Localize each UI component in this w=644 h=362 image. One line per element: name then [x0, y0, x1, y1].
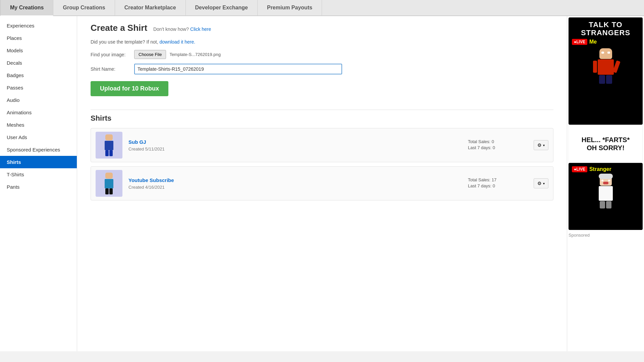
main-content: Create a Shirt Don't know how? Click her…	[77, 16, 567, 351]
sidebar-item-animations[interactable]: Animations	[0, 106, 77, 119]
find-image-row: Find your image: Choose File Template-S.…	[91, 50, 553, 59]
sidebar: Experiences Places Models Decals Badges …	[0, 16, 77, 351]
shirt-name-link-youtube[interactable]: Youtube Subscribe	[128, 177, 468, 183]
total-sales-youtube: Total Sales: 17	[468, 177, 528, 182]
ad-panel-stranger[interactable]: ●LIVE Stranger	[569, 163, 643, 230]
sidebar-item-passes[interactable]: Passes	[0, 81, 77, 94]
shirt-thumbnail-sub-gj	[96, 132, 122, 159]
template-label: Did you use the template? If not,	[91, 39, 158, 45]
find-image-label: Find your image:	[91, 52, 134, 57]
ad-text-farts: HEL... *FARTS*OH SORRY!	[582, 136, 630, 152]
tab-creator-marketplace[interactable]: Creator Marketplace	[115, 0, 186, 15]
ad-panel-farts[interactable]: HEL... *FARTS*OH SORRY!	[569, 125, 643, 162]
tab-my-creations[interactable]: My Creations	[0, 0, 53, 16]
shirt-stats-sub-gj: Total Sales: 0 Last 7 days: 0	[468, 139, 528, 151]
divider	[91, 110, 553, 110]
sidebar-item-experiences[interactable]: Experiences	[0, 19, 77, 32]
sidebar-item-t-shirts[interactable]: T-Shirts	[0, 168, 77, 181]
live-badge-3: ●LIVE	[572, 166, 587, 172]
chevron-down-icon: ▾	[543, 143, 545, 147]
ad-live-row-1: ●LIVE Me	[572, 39, 639, 45]
choose-file-button[interactable]: Choose File	[134, 50, 166, 59]
sidebar-item-shirts[interactable]: Shirts	[0, 156, 77, 168]
main-layout: Experiences Places Models Decals Badges …	[0, 16, 644, 351]
shirt-info-youtube: Youtube Subscribe Created 4/16/2021	[128, 177, 468, 190]
sidebar-item-decals[interactable]: Decals	[0, 57, 77, 69]
sidebar-item-badges[interactable]: Badges	[0, 69, 77, 81]
list-item: Youtube Subscribe Created 4/16/2021 Tota…	[91, 166, 553, 200]
gear-button-sub-gj[interactable]: ⚙ ▾	[534, 140, 548, 150]
ad-live-row-3: ●LIVE Stranger	[572, 166, 639, 172]
shirt-thumbnail-youtube	[96, 170, 122, 197]
page-title: Create a Shirt	[91, 23, 147, 33]
sponsored-label: Sponsored	[569, 233, 643, 238]
sidebar-item-user-ads[interactable]: User Ads	[0, 131, 77, 143]
shirt-name-input[interactable]	[134, 64, 342, 74]
click-here-link[interactable]: Click here	[190, 26, 211, 32]
live-badge-1: ●LIVE	[572, 39, 587, 45]
sidebar-item-places[interactable]: Places	[0, 32, 77, 44]
shirt-stats-youtube: Total Sales: 17 Last 7 days: 0	[468, 177, 528, 189]
template-info-text: Did you use the template? If not, downlo…	[91, 39, 553, 45]
ad-sidebar: TALK TOSTRANGERS ●LIVE Me	[567, 16, 644, 351]
chevron-down-icon: ▾	[543, 182, 545, 185]
tab-group-creations[interactable]: Group Creations	[53, 0, 115, 15]
shirt-name-row: Shirt Name:	[91, 64, 553, 74]
list-item: Sub GJ Created 5/11/2021 Total Sales: 0 …	[91, 128, 553, 162]
shirt-name-label: Shirt Name:	[91, 66, 134, 72]
download-template-link[interactable]: download it here.	[159, 39, 195, 45]
last7days-sub-gj: Last 7 days: 0	[468, 145, 528, 150]
top-navigation: My Creations Group Creations Creator Mar…	[0, 0, 644, 16]
ad-panel-talk-strangers[interactable]: TALK TOSTRANGERS ●LIVE Me	[569, 17, 643, 125]
file-name-display: Template-S...7262019.png	[169, 52, 221, 57]
sidebar-item-pants[interactable]: Pants	[0, 181, 77, 193]
create-shirt-header: Create a Shirt Don't know how? Click her…	[91, 23, 553, 33]
shirt-created-sub-gj: Created 5/11/2021	[128, 146, 165, 152]
dont-know-text: Don't know how? Click here	[153, 26, 211, 32]
gear-button-youtube[interactable]: ⚙ ▾	[534, 178, 548, 188]
shirt-created-youtube: Created 4/16/2021	[128, 185, 165, 190]
dont-know-label: Don't know how?	[153, 26, 189, 32]
shirt-info-sub-gj: Sub GJ Created 5/11/2021	[128, 139, 468, 152]
upload-button[interactable]: Upload for 10 Robux	[91, 81, 168, 96]
live-name-1: Me	[589, 39, 597, 45]
shirts-section-heading: Shirts	[91, 114, 553, 123]
shirt-name-link-sub-gj[interactable]: Sub GJ	[128, 139, 468, 145]
gear-icon: ⚙	[537, 181, 542, 186]
live-name-3: Stranger	[589, 166, 611, 172]
sidebar-item-models[interactable]: Models	[0, 44, 77, 57]
sidebar-item-sponsored-experiences[interactable]: Sponsored Experiences	[0, 143, 77, 156]
tab-developer-exchange[interactable]: Developer Exchange	[186, 0, 258, 15]
last7days-youtube: Last 7 days: 0	[468, 183, 528, 188]
tab-premium-payouts[interactable]: Premium Payouts	[258, 0, 322, 15]
gear-icon: ⚙	[537, 142, 542, 148]
total-sales-sub-gj: Total Sales: 0	[468, 139, 528, 144]
sidebar-item-audio[interactable]: Audio	[0, 94, 77, 106]
ad-title-talk-strangers: TALK TOSTRANGERS	[581, 21, 630, 37]
sidebar-item-meshes[interactable]: Meshes	[0, 119, 77, 131]
